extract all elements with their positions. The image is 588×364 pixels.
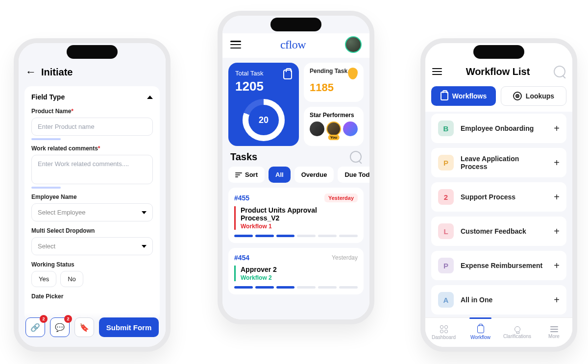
section-header[interactable]: Field Type bbox=[31, 93, 153, 101]
toggle-yes[interactable]: Yes bbox=[31, 271, 56, 287]
label-comments: Work related comments* bbox=[31, 145, 153, 152]
nav-workflow[interactable]: Workflow bbox=[462, 318, 499, 347]
bookmark-button[interactable]: 🔖 bbox=[74, 317, 94, 337]
user-avatar[interactable] bbox=[345, 36, 362, 53]
menu-icon[interactable] bbox=[432, 68, 442, 75]
attachments-badge: 2 bbox=[40, 315, 48, 323]
comments-badge: 2 bbox=[64, 315, 72, 323]
sort-icon bbox=[235, 172, 242, 177]
task-name: Approver 2 bbox=[241, 266, 358, 273]
expand-icon[interactable]: + bbox=[554, 294, 560, 306]
nav-dashboard[interactable]: Dashboard bbox=[425, 318, 462, 347]
target-icon bbox=[513, 92, 522, 100]
workflow-row[interactable]: PExpense Reimbursement+ bbox=[431, 251, 566, 280]
filter-due-today[interactable]: Due Toda bbox=[338, 167, 369, 183]
workflow-letter-badge: B bbox=[438, 121, 454, 136]
task-workflow: Workflow 1 bbox=[241, 223, 358, 230]
workflow-row[interactable]: AAll in One+ bbox=[431, 285, 566, 315]
workflow-letter-badge: P bbox=[438, 155, 454, 170]
chevron-down-icon bbox=[142, 211, 147, 214]
task-progress bbox=[234, 235, 358, 237]
label-working-status: Working Status bbox=[31, 261, 153, 268]
performer-avatar[interactable] bbox=[310, 121, 324, 136]
employee-select[interactable]: Select Employee bbox=[31, 203, 153, 221]
medal-icon bbox=[348, 68, 358, 79]
progress-ring: 20 bbox=[243, 99, 285, 141]
workflow-label: Customer Feedback bbox=[461, 227, 547, 235]
label-employee: Employee Name bbox=[31, 194, 153, 200]
filter-all[interactable]: All bbox=[269, 167, 291, 183]
label-product-name: Product Name* bbox=[31, 108, 153, 115]
task-card[interactable]: #454 Yesterday Approver 2 Workflow 2 bbox=[228, 248, 364, 294]
comments-input[interactable]: Enter Work related comments.... bbox=[31, 155, 153, 184]
submit-button[interactable]: Submit Form bbox=[99, 317, 159, 337]
tasks-heading: Tasks bbox=[230, 151, 257, 163]
performer-avatar[interactable] bbox=[343, 121, 358, 136]
multiselect-dropdown[interactable]: Select bbox=[31, 237, 153, 255]
task-workflow: Workflow 2 bbox=[241, 274, 358, 281]
product-name-input[interactable]: Enter Product name bbox=[31, 118, 153, 136]
clipboard-icon bbox=[441, 92, 448, 100]
task-date-badge: Yesterday bbox=[324, 194, 358, 202]
brand-logo: cflow bbox=[280, 38, 306, 51]
section-title: Field Type bbox=[31, 93, 65, 101]
label-datepicker: Date Picker bbox=[31, 293, 153, 300]
field-indicator bbox=[31, 138, 61, 140]
clipboard-icon bbox=[477, 325, 484, 333]
chevron-down-icon bbox=[142, 245, 147, 248]
task-card[interactable]: #455 Yesterday Product Units Approval Pr… bbox=[228, 188, 364, 243]
collapse-icon bbox=[147, 96, 153, 99]
workflow-row[interactable]: 2Support Process+ bbox=[431, 182, 566, 212]
star-performers-label: Star Performers bbox=[310, 112, 358, 119]
toggle-no[interactable]: No bbox=[60, 271, 83, 287]
search-icon[interactable] bbox=[554, 66, 565, 77]
field-indicator bbox=[31, 187, 61, 189]
expand-icon[interactable]: + bbox=[554, 123, 560, 134]
bookmark-icon: 🔖 bbox=[79, 323, 89, 332]
pending-value: 1185 bbox=[310, 81, 358, 94]
form-card: Field Type Product Name* Enter Product n… bbox=[24, 86, 160, 321]
total-task-label: Total Task bbox=[235, 70, 264, 77]
attachments-button[interactable]: 🔗 2 bbox=[25, 317, 45, 337]
total-task-value: 1205 bbox=[235, 79, 264, 94]
pending-label: Pending Task bbox=[310, 68, 347, 79]
task-id: #454 bbox=[234, 254, 249, 262]
total-task-card[interactable]: Total Task 1205 20 bbox=[228, 63, 299, 146]
workflow-row[interactable]: LCustomer Feedback+ bbox=[431, 217, 566, 246]
label-multiselect: Multi Select Dropdown bbox=[31, 227, 153, 234]
expand-icon[interactable]: + bbox=[554, 157, 560, 169]
comments-button[interactable]: 💬 2 bbox=[50, 317, 70, 337]
star-performers-card[interactable]: Star Performers You bbox=[304, 107, 364, 146]
link-icon: 🔗 bbox=[30, 323, 40, 332]
page-title: Workflow List bbox=[466, 66, 530, 77]
more-icon bbox=[550, 326, 558, 332]
workflow-label: Support Process bbox=[461, 193, 547, 201]
task-id: #455 bbox=[234, 194, 249, 202]
workflow-letter-badge: L bbox=[438, 223, 454, 239]
ring-value: 20 bbox=[248, 105, 279, 135]
workflow-label: All in One bbox=[461, 296, 547, 304]
dashboard-icon bbox=[440, 325, 448, 333]
pending-task-card[interactable]: Pending Task 1185 bbox=[304, 63, 364, 102]
expand-icon[interactable]: + bbox=[554, 260, 560, 271]
sort-chip[interactable]: Sort bbox=[228, 167, 265, 183]
workflow-row[interactable]: PLeave Application Process+ bbox=[431, 148, 566, 177]
nav-more[interactable]: More bbox=[536, 318, 572, 347]
task-progress bbox=[234, 286, 358, 289]
bulb-icon bbox=[514, 326, 520, 332]
workflow-letter-badge: 2 bbox=[438, 189, 454, 205]
nav-clarifications[interactable]: Clarifications bbox=[499, 318, 536, 347]
performer-avatar-you[interactable]: You bbox=[326, 121, 341, 136]
workflow-letter-badge: A bbox=[438, 292, 454, 308]
back-arrow-icon[interactable]: ← bbox=[25, 66, 36, 78]
tab-lookups[interactable]: Lookups bbox=[501, 86, 566, 106]
expand-icon[interactable]: + bbox=[554, 192, 560, 203]
tab-workflows[interactable]: Workflows bbox=[431, 86, 496, 106]
search-icon[interactable] bbox=[350, 151, 362, 163]
filter-overdue[interactable]: Overdue bbox=[294, 167, 334, 183]
workflow-row[interactable]: BEmployee Onboarding+ bbox=[431, 114, 566, 143]
expand-icon[interactable]: + bbox=[554, 226, 560, 237]
task-name: Product Units Approval Process_V2 bbox=[241, 206, 358, 222]
menu-icon[interactable] bbox=[230, 41, 241, 49]
page-title: Initiate bbox=[41, 67, 73, 78]
